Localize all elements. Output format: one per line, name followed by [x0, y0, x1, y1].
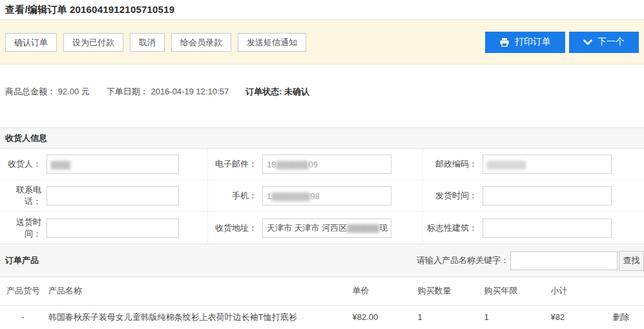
zipcode-input[interactable]: ▇▇▇▇▇▇ — [483, 154, 612, 174]
consignee-name-input[interactable]: ▇▇▇ — [47, 154, 179, 174]
landmark-input[interactable] — [483, 218, 612, 238]
ship-time-input[interactable] — [483, 186, 612, 206]
address-input[interactable]: 天津市 天津市 河西区▇▇▇▇▇现 — [262, 218, 391, 238]
products-section-header: 订单产品 请输入产品名称关键字： 查找 — [0, 244, 644, 277]
product-search: 请输入产品名称关键字： 查找 — [417, 251, 644, 271]
product-sku: - — [0, 305, 47, 329]
mobile-label: 手机： — [211, 190, 257, 202]
product-subtotal: ¥82 — [550, 305, 612, 329]
email-input[interactable]: 18▇▇▇▇▇09 — [262, 154, 391, 174]
product-search-input[interactable] — [510, 251, 618, 270]
toolbar-right-group: 打印订单 下一个 — [485, 32, 639, 53]
table-header-row: 产品货号 产品名称 单价 购买数量 购买年限 小计 — [0, 277, 644, 305]
address-field: 收货地址： 天津市 天津市 河西区▇▇▇▇▇现 — [208, 212, 423, 244]
zipcode-field: 邮政编码： ▇▇▇▇▇▇ — [423, 149, 644, 180]
col-header-years: 购买年限 — [483, 277, 549, 305]
next-order-button[interactable]: 下一个 — [569, 32, 639, 53]
cancel-button[interactable]: 取消 — [130, 33, 165, 52]
product-years: 1 — [483, 305, 549, 329]
consignee-name-label: 收货人： — [3, 158, 41, 170]
product-search-label: 请输入产品名称关键字： — [417, 255, 509, 266]
order-status-value: 未确认 — [284, 87, 309, 96]
col-header-sku: 产品货号 — [0, 277, 47, 305]
products-section-title: 订单产品 — [5, 255, 39, 266]
order-summary: 商品总金额： 92.00 元下单日期： 2016-04-19 12:10:57订… — [0, 65, 644, 127]
landmark-field: 标志性建筑： — [423, 212, 644, 244]
delivery-time-input[interactable] — [47, 218, 179, 238]
address-label: 收货地址： — [211, 222, 257, 234]
product-name: 韩国春秋亲子装母女儿童韩版纯棉条纹衫上衣荷叶边长袖T恤打底衫 — [47, 305, 351, 329]
mobile-field: 手机： 1▇▇▇▇▇▇98 — [208, 180, 423, 212]
phone-field: 联系电话： — [0, 180, 208, 212]
confirm-order-button[interactable]: 确认订单 — [5, 33, 57, 52]
delivery-time-label: 送货时间： — [3, 217, 41, 240]
send-sms-button[interactable]: 发送短信通知 — [238, 33, 306, 52]
mobile-input[interactable]: 1▇▇▇▇▇▇98 — [262, 186, 391, 206]
page-header: 查看/编辑订单 2016041912105710519 — [0, 0, 644, 20]
product-qty: 1 — [416, 305, 483, 329]
product-search-button[interactable]: 查找 — [619, 251, 644, 271]
phone-input[interactable] — [47, 186, 179, 206]
phone-label: 联系电话： — [3, 184, 41, 207]
consignee-section-title: 收货人信息 — [5, 133, 47, 144]
consignee-name-field: 收货人： ▇▇▇ — [0, 149, 208, 180]
col-header-price: 单价 — [351, 277, 416, 305]
col-header-actions — [611, 277, 644, 305]
ship-time-field: 发货时间： — [423, 180, 644, 212]
col-header-subtotal: 小计 — [550, 277, 612, 305]
print-order-label: 打印订单 — [515, 36, 551, 48]
table-row: - 韩国春秋亲子装母女儿童韩版纯棉条纹衫上衣荷叶边长袖T恤打底衫 ¥82.00 … — [0, 305, 644, 329]
col-header-qty: 购买数量 — [416, 277, 483, 305]
order-products-table: 产品货号 产品名称 单价 购买数量 购买年限 小计 - 韩国春秋亲子装母女儿童韩… — [0, 277, 644, 329]
order-status: 订单状态: 未确认 — [245, 87, 309, 96]
page-title: 查看/编辑订单 2016041912105710519 — [5, 4, 174, 16]
print-order-button[interactable]: 打印订单 — [485, 32, 565, 53]
order-edit-page: 查看/编辑订单 2016041912105710519 确认订单 设为已付款 取… — [0, 0, 644, 329]
record-payment-button[interactable]: 给会员录款 — [171, 33, 231, 52]
order-action-buttons: 确认订单 设为已付款 取消 给会员录款 发送短信通知 — [5, 33, 306, 52]
next-order-label: 下一个 — [597, 36, 625, 48]
order-toolbar: 确认订单 设为已付款 取消 给会员录款 发送短信通知 打印订单 — [0, 20, 644, 65]
order-date: 下单日期： 2016-04-19 12:10:57 — [107, 87, 229, 96]
zipcode-label: 邮政编码： — [426, 158, 477, 170]
landmark-label: 标志性建筑： — [426, 222, 477, 234]
printer-icon — [499, 37, 510, 47]
chevron-down-icon — [583, 39, 592, 45]
consignee-section-header: 收货人信息 — [0, 127, 644, 149]
email-label: 电子邮件： — [211, 158, 257, 170]
delivery-time-field: 送货时间： — [0, 212, 208, 244]
set-paid-button[interactable]: 设为已付款 — [63, 33, 123, 52]
product-price: ¥82.00 — [351, 305, 416, 329]
ship-time-label: 发货时间： — [426, 190, 477, 202]
order-total: 商品总金额： 92.00 元 — [5, 87, 90, 96]
col-header-name: 产品名称 — [47, 277, 351, 305]
email-field: 电子邮件： 18▇▇▇▇▇09 — [208, 149, 423, 180]
consignee-form: 收货人： ▇▇▇ 电子邮件： 18▇▇▇▇▇09 邮政编码： ▇▇▇▇▇▇ 联系… — [0, 149, 644, 244]
delete-product-link[interactable]: 删除 — [612, 312, 629, 322]
